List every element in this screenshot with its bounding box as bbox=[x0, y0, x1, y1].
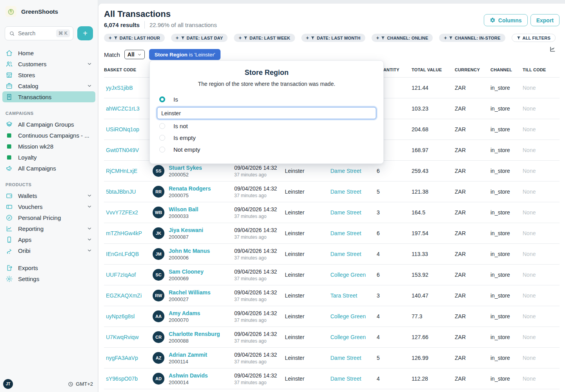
basket-code-link[interactable]: U7KwqRviqw bbox=[104, 334, 153, 340]
basket-code-link[interactable]: 5btaJBbnJU bbox=[104, 189, 153, 195]
store-name-link[interactable]: College Green bbox=[330, 334, 377, 340]
sidebar-item-home[interactable]: Home bbox=[2, 47, 95, 58]
basket-code-link[interactable]: mTZhHGw4kP bbox=[104, 230, 153, 236]
quick-filter-chip-channel-in-store[interactable]: + CHANNEL: IN-STORE bbox=[439, 34, 505, 42]
store-name-link[interactable]: Tara Street bbox=[330, 292, 377, 299]
radio-option-is-empty[interactable]: Is empty bbox=[156, 132, 377, 143]
create-new-button[interactable]: + bbox=[77, 26, 93, 40]
basket-code-link[interactable]: sY96spO07b bbox=[104, 376, 153, 382]
store-name-link[interactable]: Dame Street bbox=[330, 251, 377, 257]
radio-icon[interactable] bbox=[159, 147, 165, 152]
sidebar-item-catalog[interactable]: Catalog bbox=[2, 80, 95, 91]
table-row[interactable]: nygFA3AaVp AZ Adrian Zammit 2000114 09/0… bbox=[104, 347, 560, 368]
sidebar-item-exports[interactable]: Exports bbox=[2, 262, 95, 273]
radio-option-is[interactable]: Is bbox=[156, 94, 377, 104]
sidebar-item-personal-pricing[interactable]: Personal Pricing bbox=[2, 212, 95, 223]
table-row[interactable]: sY96spO07b AD Ashwin Davids 2000014 09/0… bbox=[104, 368, 560, 389]
customer-name-link[interactable]: John Mc Manus bbox=[169, 248, 210, 254]
sidebar-item-stores[interactable]: Stores bbox=[2, 69, 95, 80]
sidebar-item-all-campaign-groups[interactable]: All Campaign Groups bbox=[2, 119, 95, 130]
active-filter-pill[interactable]: Store Region is 'Leinster' bbox=[149, 49, 221, 60]
table-row[interactable]: U7KwqRviqw CR Charlotte Rensburg 2000088… bbox=[104, 327, 560, 347]
sidebar-item-loyalty[interactable]: Loyalty bbox=[2, 152, 95, 163]
basket-code-link[interactable]: uyNpz6g8sl bbox=[104, 313, 153, 319]
radio-icon[interactable] bbox=[159, 96, 165, 102]
basket-code-link[interactable]: EGZKAQXmZi bbox=[104, 292, 153, 299]
customer-name-link[interactable]: Renata Rodgers bbox=[169, 185, 211, 192]
column-header[interactable]: BASKET CODE bbox=[104, 67, 153, 72]
store-name-link[interactable]: College Green bbox=[330, 272, 377, 278]
customer-name-link[interactable]: Charlotte Rensburg bbox=[169, 331, 220, 337]
table-row[interactable]: 5btaJBbnJU RR Renata Rodgers 2000075 09/… bbox=[104, 181, 560, 202]
radio-option-is-not[interactable]: Is not bbox=[156, 121, 377, 131]
table-row[interactable]: UUF7zIqAof SC Sam Clooney 2000069 09/04/… bbox=[104, 264, 560, 285]
customer-name-link[interactable]: Adrian Zammit bbox=[169, 352, 207, 358]
match-select[interactable]: All bbox=[124, 50, 145, 59]
radio-option-not-empty[interactable]: Not empty bbox=[156, 144, 377, 154]
customer-number: 2000033 bbox=[169, 213, 198, 219]
column-header[interactable]: CURRENCY bbox=[455, 67, 490, 72]
store-name-link[interactable]: College Green bbox=[330, 313, 377, 319]
user-avatar[interactable]: JT bbox=[3, 379, 13, 389]
quick-filter-chip-all-filters[interactable]: + ALL FILTERS bbox=[512, 34, 556, 42]
basket-code-link[interactable]: nygFA3AaVp bbox=[104, 355, 153, 361]
quick-filter-chip-date-last-month[interactable]: + DATE: LAST MONTH bbox=[301, 34, 365, 42]
sidebar-item-customers[interactable]: Customers bbox=[2, 58, 95, 69]
store-name-link[interactable]: Dame Street bbox=[330, 209, 377, 216]
basket-code-link[interactable]: Gwt0TN049V bbox=[104, 147, 153, 153]
customer-name-link[interactable]: Sam Clooney bbox=[169, 269, 204, 275]
sidebar-item-mission-wk28[interactable]: Mission wk28 bbox=[2, 141, 95, 152]
sidebar-item-settings[interactable]: Settings bbox=[2, 273, 95, 284]
sidebar-item-continuous-campaigns[interactable]: Continuous Campaigns - ... bbox=[2, 130, 95, 141]
customer-name-link[interactable]: Amy Adams bbox=[169, 310, 200, 316]
channel-cell: in_store bbox=[490, 85, 523, 91]
table-row[interactable]: mTZhHGw4kP JK Jiya Keswani 2000087 09/04… bbox=[104, 223, 560, 243]
column-header[interactable]: CHANNEL bbox=[490, 67, 523, 72]
channel-cell: in_store bbox=[490, 334, 523, 340]
store-name-link[interactable]: Dame Street bbox=[330, 355, 377, 361]
basket-code-link[interactable]: ahWCZC1rL3 bbox=[104, 105, 153, 112]
region-value-input[interactable] bbox=[157, 107, 376, 119]
customer-name-link[interactable]: Ashwin Davids bbox=[169, 372, 208, 379]
sidebar-item-transactions[interactable]: Transactions bbox=[2, 91, 95, 102]
sidebar-item-wallets[interactable]: Wallets bbox=[2, 190, 95, 201]
quick-filter-chip-date-last-week[interactable]: + DATE: LAST WEEK bbox=[234, 34, 295, 42]
columns-button[interactable]: Columns bbox=[484, 14, 528, 26]
chart-view-icon[interactable] bbox=[549, 46, 556, 53]
table-row[interactable]: IEnGnLFdQB JM John Mc Manus 2000006 09/0… bbox=[104, 243, 560, 264]
basket-code-link[interactable]: VvvY7ZFEx2 bbox=[104, 209, 153, 216]
sidebar-item-all-campaigns[interactable]: All Campaigns bbox=[2, 163, 95, 174]
column-header[interactable]: TOTAL VALUE bbox=[412, 67, 455, 72]
table-row[interactable]: VvvY7ZFEx2 WB Wilson Ball 2000033 09/04/… bbox=[104, 202, 560, 223]
quick-filter-chip-date-last-day[interactable]: + DATE: LAST DAY bbox=[171, 34, 228, 42]
radio-icon[interactable] bbox=[159, 135, 165, 141]
basket-code-link[interactable]: RjCMHnLxjE bbox=[104, 168, 153, 174]
table-row[interactable]: EGZKAQXmZi RW Rachel Williams 2000027 09… bbox=[104, 285, 560, 306]
sidebar-item-apps[interactable]: Apps bbox=[2, 234, 95, 245]
store-name-link[interactable]: Dame Street bbox=[330, 189, 377, 195]
customer-name-link[interactable]: Stuart Sykes bbox=[169, 165, 202, 171]
store-name-link[interactable]: Dame Street bbox=[330, 230, 377, 236]
radio-icon[interactable] bbox=[159, 123, 165, 129]
export-button[interactable]: Export bbox=[530, 14, 560, 26]
app-logo[interactable]: GreenShoots bbox=[0, 6, 98, 17]
customer-name-link[interactable]: Rachel Williams bbox=[169, 289, 210, 296]
receipt-icon bbox=[5, 93, 13, 101]
store-name-link[interactable]: Dame Street bbox=[330, 168, 377, 174]
store-name-link[interactable]: Dame Street bbox=[330, 376, 377, 382]
basket-code-link[interactable]: yyJxS1jibB bbox=[104, 85, 153, 91]
column-header[interactable]: TILL CODE bbox=[523, 67, 560, 72]
basket-code-link[interactable]: IEnGnLFdQB bbox=[104, 251, 153, 257]
basket-code-link[interactable]: USiRONq1op bbox=[104, 126, 153, 132]
table-row[interactable]: uyNpz6g8sl AA Amy Adams 2000070 09/04/20… bbox=[104, 306, 560, 327]
sidebar-item-oribi[interactable]: Oribi bbox=[2, 245, 95, 256]
basket-code-link[interactable]: UUF7zIqAof bbox=[104, 272, 153, 278]
quick-filter-chip-date-last-hour[interactable]: + DATE: LAST HOUR bbox=[104, 34, 165, 42]
quick-filter-chip-channel-online[interactable]: + CHANNEL: ONLINE bbox=[372, 34, 433, 42]
customer-name-link[interactable]: Jiya Keswani bbox=[169, 227, 203, 233]
sidebar-item-reporting[interactable]: Reporting bbox=[2, 223, 95, 234]
customer-name-link[interactable]: Wilson Ball bbox=[169, 206, 198, 212]
sidebar-item-vouchers[interactable]: Vouchers bbox=[2, 201, 95, 212]
table-row[interactable]: PB Philip Berg 09/04/2026 14:32 bbox=[104, 389, 560, 392]
search-input[interactable]: Search ⌘ K bbox=[5, 26, 73, 40]
